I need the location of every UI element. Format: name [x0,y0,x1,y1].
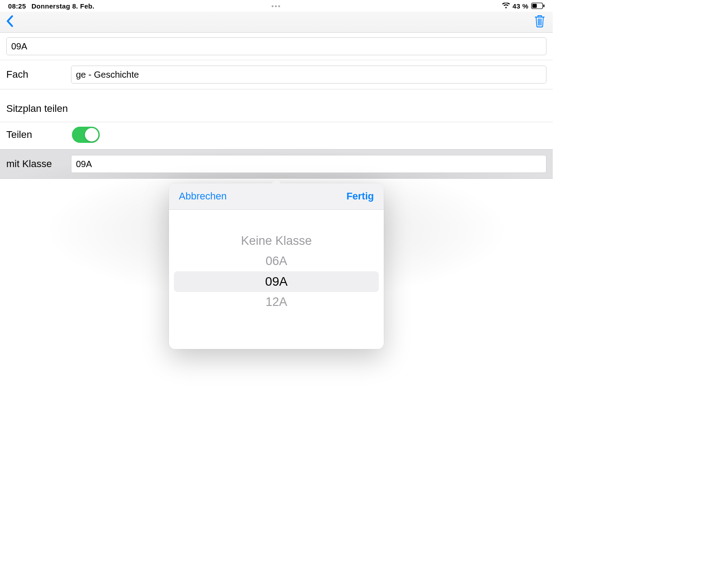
picker-item[interactable]: 06A [174,251,379,271]
share-toggle[interactable] [72,127,100,143]
popover-header: Abbrechen Fertig [169,183,384,210]
picker-item[interactable]: 12A [174,292,379,312]
status-bar: 08:25 Donnerstag 8. Feb. ••• 43 % [0,0,553,12]
back-button[interactable] [5,14,15,30]
subject-label: Fach [6,69,69,80]
picker-item[interactable]: Keine Klasse [174,231,379,251]
class-name-input[interactable] [6,37,546,55]
done-button[interactable]: Fertig [346,190,374,202]
row-share: Teilen [0,122,553,150]
battery-percent: 43 % [513,2,528,10]
with-class-label: mit Klasse [6,158,69,170]
status-time: 08:25 [8,2,26,10]
status-date: Donnerstag 8. Feb. [31,2,94,10]
class-picker-wheel[interactable]: Keine Klasse 06A 09A 12A [169,210,384,349]
row-class-name [0,33,553,60]
cancel-button[interactable]: Abbrechen [179,190,226,202]
svg-rect-1 [533,4,537,8]
wifi-icon [502,3,510,9]
row-subject: Fach [0,60,553,89]
battery-icon [531,3,545,9]
trash-icon[interactable] [534,14,546,30]
picker-item-selected[interactable]: 09A [174,271,379,292]
subject-input[interactable] [71,66,546,84]
multitask-dots-icon[interactable]: ••• [271,2,281,10]
share-label: Teilen [6,129,69,141]
nav-bar [0,12,553,33]
section-seating-title: Sitzplan teilen [0,89,553,122]
with-class-input[interactable] [71,155,546,173]
class-picker-popover: Abbrechen Fertig Keine Klasse 06A 09A 12… [169,183,384,349]
svg-rect-2 [543,4,545,7]
row-with-class: mit Klasse [0,150,553,179]
